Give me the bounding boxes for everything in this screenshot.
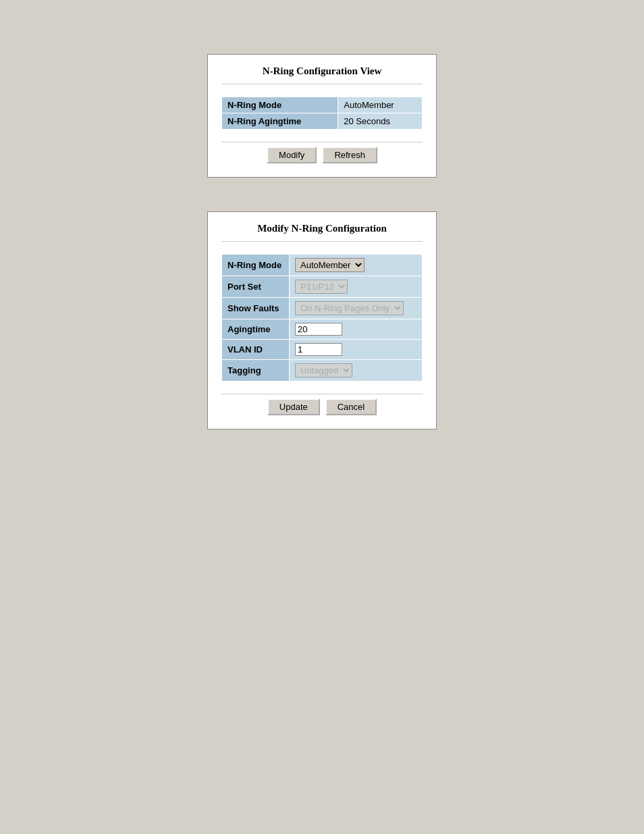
view-button-row: Modify Refresh	[221, 142, 423, 163]
nring-agingtime-value: 20 Seconds	[338, 113, 423, 130]
show-faults-field-value: On N-Ring Pages Only	[290, 298, 423, 319]
vlan-id-input[interactable]: 1	[295, 343, 342, 356]
port-set-field-value: P11/P12	[290, 276, 423, 298]
view-table: N-Ring Mode AutoMember N-Ring Agingtime …	[221, 97, 423, 130]
nring-mode-value: AutoMember	[338, 97, 423, 113]
table-row: N-Ring Mode AutoMember	[222, 97, 423, 113]
modify-panel-title: Modify N-Ring Configuration	[221, 223, 423, 242]
agingtime-input[interactable]: 20	[295, 323, 342, 336]
table-row: N-Ring Agingtime 20 Seconds	[222, 113, 423, 130]
port-set-field-label: Port Set	[222, 276, 290, 298]
modify-table: N-Ring Mode AutoMember Manager Disabled …	[221, 254, 423, 382]
view-panel-title: N-Ring Configuration View	[221, 66, 423, 84]
nring-mode-field-label: N-Ring Mode	[222, 255, 290, 276]
nring-agingtime-label: N-Ring Agingtime	[222, 113, 338, 130]
table-row: Agingtime 20	[222, 319, 423, 340]
refresh-button[interactable]: Refresh	[322, 147, 377, 163]
tagging-field-label: Tagging	[222, 360, 290, 382]
modify-panel: Modify N-Ring Configuration N-Ring Mode …	[207, 211, 437, 429]
nring-mode-field-value: AutoMember Manager Disabled	[290, 255, 423, 276]
show-faults-select[interactable]: On N-Ring Pages Only	[295, 301, 404, 315]
table-row: Port Set P11/P12	[222, 276, 423, 298]
table-row: VLAN ID 1	[222, 340, 423, 360]
nring-mode-label: N-Ring Mode	[222, 97, 338, 113]
modify-button[interactable]: Modify	[267, 147, 317, 163]
update-button[interactable]: Update	[267, 398, 320, 415]
table-row: N-Ring Mode AutoMember Manager Disabled	[222, 255, 423, 276]
modify-button-row: Update Cancel	[221, 394, 423, 415]
vlan-id-field-label: VLAN ID	[222, 340, 290, 360]
tagging-field-value: Untagged	[290, 360, 423, 382]
port-set-select[interactable]: P11/P12	[295, 280, 348, 294]
view-panel: N-Ring Configuration View N-Ring Mode Au…	[207, 54, 437, 178]
show-faults-field-label: Show Faults	[222, 298, 290, 319]
vlan-id-field-value: 1	[290, 340, 423, 360]
agingtime-field-value: 20	[290, 319, 423, 340]
nring-mode-select[interactable]: AutoMember Manager Disabled	[295, 258, 365, 272]
cancel-button[interactable]: Cancel	[325, 398, 377, 415]
tagging-select[interactable]: Untagged	[295, 363, 352, 377]
agingtime-field-label: Agingtime	[222, 319, 290, 340]
table-row: Show Faults On N-Ring Pages Only	[222, 298, 423, 319]
table-row: Tagging Untagged	[222, 360, 423, 382]
